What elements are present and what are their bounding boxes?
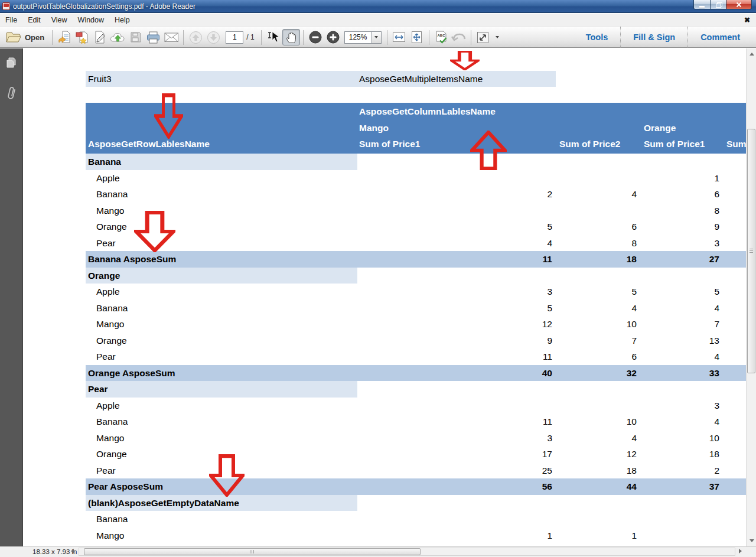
more-tools-dropdown[interactable]	[492, 29, 503, 45]
cell-value: 10	[558, 316, 637, 333]
horizontal-scrollbar-thumb[interactable]	[84, 548, 421, 555]
cell-value: 11	[357, 413, 552, 430]
menu-help[interactable]: Help	[109, 14, 135, 26]
annotation-arrow-down-banana-sum	[134, 211, 175, 252]
menu-edit[interactable]: Edit	[22, 14, 46, 26]
cell-value: 56	[357, 478, 552, 495]
zoom-out-button[interactable]	[307, 29, 324, 45]
fit-page-button[interactable]	[408, 29, 426, 45]
pivot-filter-row: Fruit3 AsposeGetMultipleItemsName	[86, 71, 556, 87]
row-label: Apple	[96, 284, 120, 300]
triangle-up-icon	[750, 53, 754, 56]
table-row: Banana	[86, 511, 746, 527]
row-label: Banana	[96, 511, 128, 527]
pivot-rows: BananaApple1Banana246Mango8Orange569Pear…	[86, 154, 746, 543]
row-label: Banana AsposeSum	[88, 251, 176, 268]
row-label: Mango	[96, 430, 124, 447]
scroll-down-button[interactable]	[747, 536, 756, 545]
zoom-level-value[interactable]: 125%	[344, 31, 372, 44]
vertical-scrollbar-thumb[interactable]	[747, 129, 755, 373]
cell-value: 8	[558, 235, 637, 252]
close-document-icon[interactable]: ✖	[744, 16, 750, 24]
cell-value: 40	[357, 365, 552, 382]
fullscreen-button[interactable]	[474, 29, 492, 45]
zoom-dropdown-button[interactable]	[372, 31, 382, 44]
horizontal-scrollbar[interactable]	[79, 548, 735, 556]
next-page-button[interactable]	[204, 29, 222, 45]
email-button[interactable]	[162, 29, 180, 45]
minimize-button[interactable]	[693, 0, 711, 9]
vertical-scrollbar[interactable]	[746, 48, 756, 546]
page-thumbnails-icon[interactable]	[5, 57, 17, 70]
measure-header-3: Sum of Price1	[644, 136, 705, 152]
menu-window[interactable]: Window	[73, 14, 109, 26]
page-number-input[interactable]	[226, 31, 243, 44]
svg-text:ABC: ABC	[437, 34, 445, 37]
sign-document-button[interactable]	[91, 29, 109, 45]
open-button[interactable]: Open	[4, 29, 49, 45]
cell-value: 37	[643, 478, 719, 495]
fill-sign-panel-button[interactable]: Fill & Sign	[620, 27, 687, 48]
spellcheck-button[interactable]: ABC	[432, 29, 450, 45]
row-label: Orange	[96, 219, 127, 235]
cell-value: 3	[643, 235, 719, 252]
table-row: Pear1164	[86, 348, 746, 365]
minimize-icon	[699, 6, 705, 8]
open-button-label: Open	[25, 33, 44, 42]
table-row: Pear483	[86, 235, 746, 252]
tools-panel-button[interactable]: Tools	[573, 27, 621, 48]
measure-header-4-truncated: Sum	[726, 136, 746, 152]
comment-panel-button[interactable]: Comment	[687, 27, 752, 48]
cell-value: 2	[643, 462, 719, 479]
cloud-upload-icon	[110, 31, 126, 44]
cell-value: 4	[643, 348, 719, 365]
menu-view[interactable]: View	[46, 14, 73, 26]
cell-value: 11	[357, 251, 552, 268]
export-pdf-button[interactable]	[56, 29, 73, 45]
cell-value: 1	[558, 527, 637, 544]
attachments-paperclip-icon[interactable]	[5, 84, 17, 102]
select-cursor-icon	[267, 31, 279, 44]
page-up-icon	[189, 31, 203, 44]
cell-value: 10	[558, 413, 637, 430]
select-tool-button[interactable]	[265, 29, 282, 45]
annotation-arrow-down-empty-data	[209, 454, 245, 497]
toolbar-separator	[183, 30, 184, 45]
scroll-right-button[interactable]	[739, 549, 742, 553]
annotation-arrow-up-column-labels	[470, 131, 507, 170]
previous-page-button[interactable]	[187, 29, 204, 45]
row-label: Pear	[96, 348, 116, 365]
restore-icon	[716, 2, 721, 7]
cell-value: 25	[357, 462, 552, 479]
row-label: Mango	[96, 316, 124, 333]
print-button[interactable]	[145, 29, 162, 45]
save-button[interactable]	[127, 29, 145, 45]
cell-value: 4	[558, 300, 637, 317]
toolbar: Open	[0, 27, 756, 48]
sign-pencil-icon	[93, 31, 106, 44]
triangle-down-icon	[750, 539, 754, 542]
row-label: Orange	[96, 333, 127, 349]
send-upload-button[interactable]	[109, 29, 127, 45]
close-button[interactable]	[726, 0, 752, 9]
undo-button[interactable]	[450, 29, 468, 45]
table-row: Orange9713	[86, 333, 746, 349]
zoom-in-button[interactable]	[324, 29, 342, 45]
cell-value: 3	[357, 284, 552, 300]
filter-field-value: AsposeGetMultipleItemsName	[359, 71, 483, 87]
cell-value: 5	[357, 219, 552, 235]
row-label: Pear AsposeSum	[88, 478, 163, 495]
zoom-level-label: 125%	[349, 33, 367, 41]
hand-tool-button[interactable]	[282, 29, 300, 45]
menu-file[interactable]: File	[0, 14, 22, 26]
scroll-left-button[interactable]	[71, 549, 74, 553]
row-label: Banana	[96, 413, 128, 430]
table-row: Orange569	[86, 219, 746, 235]
cell-value: 13	[643, 333, 719, 349]
cell-value: 32	[558, 365, 637, 382]
restore-button[interactable]	[711, 0, 726, 9]
create-pdf-button[interactable]	[73, 29, 91, 45]
fit-width-button[interactable]	[390, 29, 408, 45]
toolbar-separator	[387, 30, 387, 45]
scroll-up-button[interactable]	[747, 50, 756, 58]
